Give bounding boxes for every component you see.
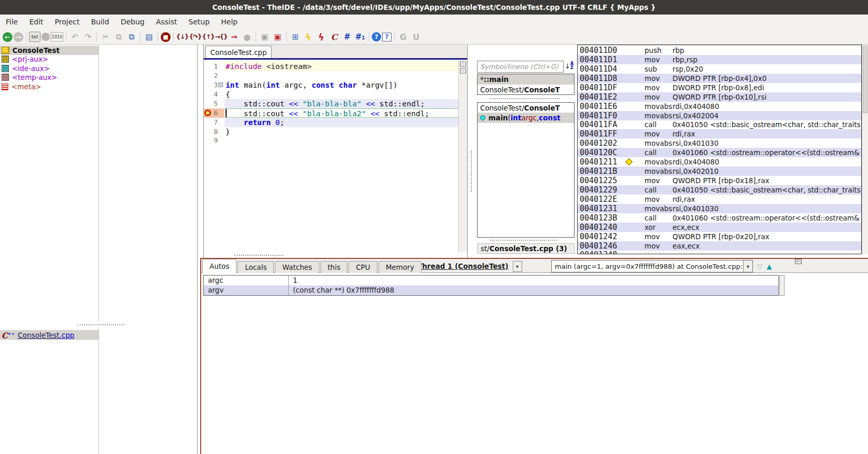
symbol-list-item[interactable]: * ::main (478, 74, 574, 85)
disasm-row[interactable]: 00401202movabsrsi,0x401030 (578, 139, 861, 148)
debug-tab-locals[interactable]: Locals (237, 261, 274, 273)
variable-row[interactable]: argv(const char **) 0x7fffffffd988 (204, 285, 778, 295)
disasm-row[interactable]: 00401246moveax,ecx (578, 241, 861, 251)
frame-up-icon[interactable]: ▲ (765, 261, 774, 271)
code-line-2[interactable]: 2 (204, 71, 458, 80)
debug-tab-cpu[interactable]: CPU (348, 261, 377, 273)
text-mode-icon[interactable]: txt (29, 32, 40, 42)
editor-scrollbar[interactable] (458, 60, 467, 252)
variable-row[interactable]: argc1 (204, 276, 778, 285)
build-icon[interactable]: ϟ (302, 31, 314, 43)
nav-forward-icon[interactable]: → (13, 32, 23, 42)
disasm-row[interactable]: 004011F0movabsrsi,0x402004 (578, 111, 861, 120)
menu-assist[interactable]: Assist (150, 15, 183, 30)
code-line-8[interactable]: 8} (204, 127, 458, 136)
thread-dropdown-icon[interactable]: ▾ (513, 261, 522, 272)
menu-file[interactable]: File (0, 15, 23, 30)
cut-icon[interactable]: ✂ (100, 31, 111, 43)
help-icon[interactable]: ? (372, 32, 381, 42)
navigator-bottom-splitter[interactable] (490, 240, 557, 241)
disasm-row[interactable]: 00401242movQWORD PTR [rbp-0x20],rax (578, 232, 861, 241)
thread-combo[interactable]: Thread 1 (ConsoleTest) ▾ (413, 260, 522, 272)
scrollbar-thumb[interactable] (863, 46, 867, 113)
debug-tab-watches[interactable]: Watches (275, 261, 319, 273)
disasm-row[interactable]: 004011FAcall0x401050 <std::basic_ostream… (578, 120, 861, 129)
detach-window-icon[interactable]: +› (795, 259, 802, 264)
scope-list-item-main[interactable]: main(int argc, const (478, 113, 574, 123)
stop-debug-icon[interactable]: ■ (161, 32, 171, 42)
debug-tab-autos[interactable]: Autos (202, 259, 236, 273)
disasm-row[interactable]: 0040120Ccall0x401060 <std::ostream::oper… (578, 148, 861, 157)
code-line-6[interactable]: 6 std::cout << "bla-bla-bla2" << std::en… (204, 108, 458, 118)
tab-consoletest-cpp[interactable]: ConsoleTest.cpp (205, 46, 272, 58)
disasm-row[interactable]: 00401229call0x401050 <std::basic_ostream… (578, 185, 861, 195)
debug-tab-memory[interactable]: Memory (379, 261, 422, 273)
nav-back-icon[interactable]: ← (3, 32, 12, 42)
left-splitter-handle[interactable] (78, 324, 124, 325)
step-disabled-icon[interactable]: ● (241, 31, 253, 43)
format-document-icon[interactable]: ▤ (143, 31, 155, 43)
frame-down-icon[interactable]: ▽ (755, 261, 764, 271)
disasm-row[interactable]: 004011D4subrsp,0x20 (578, 64, 861, 74)
breakpoint-icon[interactable] (204, 109, 211, 116)
disassembly-view[interactable]: 004011D0pushrbp004011D1movrbp,rsp004011D… (577, 45, 862, 254)
disasm-row[interactable]: 00401240xorecx,ecx (578, 223, 861, 232)
menu-help[interactable]: Help (215, 15, 243, 30)
context-help-icon[interactable]: ? (382, 33, 391, 42)
packages-icon[interactable]: ▣ (272, 31, 284, 43)
redo-icon[interactable]: ↷ (82, 31, 94, 43)
hash-one-icon[interactable]: #₁ (354, 31, 366, 43)
disasm-row[interactable]: 00401225movQWORD PTR [rbp-0x18],rax (578, 176, 861, 185)
debug-tab-this[interactable]: this (320, 261, 348, 273)
menu-build[interactable]: Build (85, 15, 115, 30)
binary-mode-icon[interactable]: 1010 (51, 32, 63, 42)
code-line-7[interactable]: 7 return 0; (204, 118, 458, 127)
disasm-row[interactable]: 004011D8movDWORD PTR [rbp-0x4],0x0 (578, 74, 861, 83)
frame-dropdown-icon[interactable]: ▾ (743, 260, 752, 272)
hex-mode-icon[interactable] (41, 33, 50, 41)
code-line-3[interactable]: 3int main(int argc, const char *argv[]) (204, 80, 458, 90)
disasm-row[interactable]: 00401231movabsrsi,0x401030 (578, 204, 861, 213)
step-over-icon[interactable]: {↷} (189, 31, 201, 43)
compile-icon[interactable]: C (328, 31, 340, 43)
run-to-line-icon[interactable]: ⇝ (228, 31, 240, 43)
menu-debug[interactable]: Debug (115, 15, 150, 30)
symbol-search-input[interactable] (477, 61, 564, 73)
disassembly-scrollbar[interactable] (862, 45, 868, 254)
code-line-4[interactable]: 4{ (204, 90, 458, 99)
editor-splitter-handle[interactable] (234, 255, 284, 256)
hash-icon[interactable]: # (341, 31, 353, 43)
disasm-row[interactable]: 004011D1movrbp,rsp (578, 55, 861, 64)
step-out-icon[interactable]: {↑} (202, 31, 214, 43)
menu-edit[interactable]: Edit (23, 15, 49, 30)
split-horizontal-icon[interactable] (460, 61, 466, 67)
scope-list-header[interactable]: ConsoleTest/ConsoleT (478, 103, 574, 113)
menu-setup[interactable]: Setup (183, 15, 216, 30)
disasm-row[interactable]: 004011D0pushrbp (578, 46, 861, 55)
disasm-row[interactable]: 004011E6movabsrdi,0x404080 (578, 102, 861, 111)
navigator-splitter-handle[interactable] (471, 150, 472, 192)
frame-combo[interactable]: main (argc=1, argv=0x7fffffffd988) at Co… (551, 260, 753, 272)
disasm-row[interactable]: 004011E2movQWORD PTR [rbp-0x10],rsi (578, 92, 861, 102)
run-to-cursor-icon[interactable]: →{} (215, 31, 227, 43)
disasm-row[interactable]: 00401211movabsrdi,0x404080 (578, 157, 861, 167)
layout-icon[interactable]: ⊞ (289, 31, 301, 43)
menu-project[interactable]: Project (49, 15, 86, 30)
copy-icon[interactable]: ⧉ (113, 31, 124, 43)
file-item[interactable]: C++ ConsoleTest.cpp (0, 330, 99, 340)
disasm-row[interactable]: 00401248 (578, 250, 861, 254)
disasm-row[interactable]: 004011DFmovDWORD PTR [rbp-0x8],edi (578, 83, 861, 92)
code-line-1[interactable]: 1#include <iostream> (204, 62, 458, 71)
u-disabled-icon[interactable]: U (410, 31, 422, 43)
disasm-row[interactable]: 004011FFmovrdi,rax (578, 129, 861, 139)
rebuild-icon[interactable]: ϟ (315, 31, 327, 43)
disasm-row[interactable]: 0040121Bmovabsrsi,0x402010 (578, 167, 861, 176)
package-add-icon[interactable]: ▣ (259, 31, 271, 43)
undo-icon[interactable]: ↶ (69, 31, 81, 43)
split-vertical-icon[interactable] (460, 68, 466, 74)
disasm-row[interactable]: 0040122Emovrdi,rax (578, 195, 861, 204)
code-line-5[interactable]: 5 std::cout << "bla-bla-bla" << std::end… (204, 99, 458, 108)
disasm-row[interactable]: 0040123Bcall0x401060 <std::ostream::oper… (578, 213, 861, 223)
g-disabled-icon[interactable]: G (397, 31, 409, 43)
navigator-inner-splitter[interactable] (490, 98, 560, 99)
